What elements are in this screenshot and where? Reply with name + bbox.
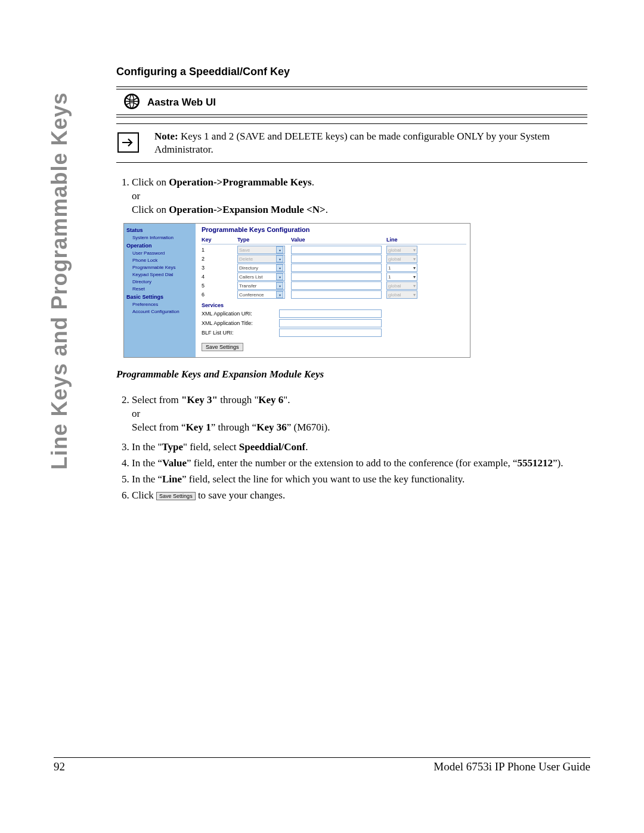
value-input[interactable] — [291, 264, 382, 272]
chevron-down-icon: ▾ — [413, 292, 416, 298]
footer-doc-title: Model 6753i IP Phone User Guide — [434, 760, 590, 773]
key-row: 3Directory▾1▾ — [202, 264, 466, 272]
chevron-down-icon: ▾ — [413, 247, 416, 253]
nav-item[interactable]: Programmable Keys — [132, 264, 196, 271]
arrow-right-icon — [117, 132, 139, 153]
config-screenshot: Status System Information Operation User… — [123, 223, 470, 358]
nav-item[interactable]: Keypad Speed Dial — [132, 271, 196, 278]
nav-item[interactable]: User Password — [132, 250, 196, 257]
web-ui-label: Aastra Web UI — [147, 97, 216, 109]
subheading: Programmable Keys and Expansion Module K… — [116, 368, 587, 380]
type-select[interactable]: Callers List▾ — [237, 272, 285, 281]
value-input[interactable] — [291, 290, 382, 299]
value-input[interactable] — [291, 272, 382, 281]
xml-uri-input[interactable] — [279, 309, 382, 318]
nav-item[interactable]: Account Configuration — [132, 308, 196, 315]
line-select: global▾ — [386, 255, 417, 263]
type-select: Save▾ — [237, 246, 285, 254]
blf-uri-input[interactable] — [279, 329, 382, 337]
value-input[interactable] — [291, 281, 382, 290]
value-input[interactable] — [291, 255, 382, 263]
chevron-down-icon: ▾ — [276, 291, 283, 298]
chevron-down-icon: ▾ — [276, 264, 283, 271]
chevron-down-icon: ▾ — [276, 246, 283, 253]
rule-top — [116, 86, 587, 89]
type-select[interactable]: Transfer▾ — [237, 281, 285, 290]
nav-item[interactable]: Phone Lock — [132, 257, 196, 264]
globe-icon — [123, 93, 147, 112]
nav-item[interactable]: Directory — [132, 278, 196, 286]
chevron-down-icon: ▾ — [413, 274, 416, 280]
side-tab-text: Line Keys and Programmable Keys — [47, 90, 72, 472]
mock-title: Programmable Keys Configuration — [202, 226, 466, 233]
line-select[interactable]: 1▾ — [386, 264, 417, 272]
section-title: Configuring a Speeddial/Conf Key — [116, 66, 587, 78]
key-row: 1Save▾global▾ — [202, 246, 466, 254]
type-select[interactable]: Conference▾ — [237, 290, 285, 299]
nav-panel: Status System Information Operation User… — [124, 224, 196, 357]
line-select[interactable]: 1▾ — [386, 272, 417, 281]
rule-bottom — [116, 114, 587, 117]
step-2: Select from "Key 3" through "Key 6". or … — [132, 394, 587, 435]
step-5: In the “Line” field, select the line for… — [132, 473, 587, 487]
line-select: global▾ — [386, 246, 417, 254]
key-row: 5Transfer▾global▾ — [202, 281, 466, 290]
note-block: Note: Keys 1 and 2 (SAVE and DELETE keys… — [116, 123, 587, 163]
key-row: 6Conference▾global▾ — [202, 290, 466, 299]
nav-item[interactable]: Preferences — [132, 301, 196, 308]
value-input[interactable] — [291, 246, 382, 254]
line-select: global▾ — [386, 281, 417, 290]
key-row: 4Callers List▾1▾ — [202, 272, 466, 281]
save-settings-inline-button[interactable]: Save Settings — [156, 492, 196, 500]
xml-title-input[interactable] — [279, 319, 382, 327]
step-1: Click on Operation->Programmable Keys. o… — [132, 176, 587, 217]
save-settings-button[interactable]: Save Settings — [202, 343, 243, 351]
note-text: Note: Keys 1 and 2 (SAVE and DELETE keys… — [154, 130, 587, 156]
page-number: 92 — [54, 760, 65, 773]
nav-item[interactable]: Reset — [132, 286, 196, 293]
step-6: Click Save Settings to save your changes… — [132, 489, 587, 503]
web-ui-heading: Aastra Web UI — [116, 91, 587, 114]
key-row: 2Delete▾global▾ — [202, 255, 466, 263]
chevron-down-icon: ▾ — [276, 255, 283, 262]
chevron-down-icon: ▾ — [276, 273, 283, 280]
line-select: global▾ — [386, 290, 417, 299]
step-4: In the “Value” field, enter the number o… — [132, 457, 587, 470]
side-tab: Line Keys and Programmable Keys — [36, 48, 72, 501]
chevron-down-icon: ▾ — [276, 282, 283, 289]
type-select[interactable]: Directory▾ — [237, 264, 285, 272]
chevron-down-icon: ▾ — [413, 265, 416, 271]
chevron-down-icon: ▾ — [413, 256, 416, 262]
type-select: Delete▾ — [237, 255, 285, 263]
chevron-down-icon: ▾ — [413, 283, 416, 289]
step-3: In the "Type" field, select Speeddial/Co… — [132, 441, 587, 454]
